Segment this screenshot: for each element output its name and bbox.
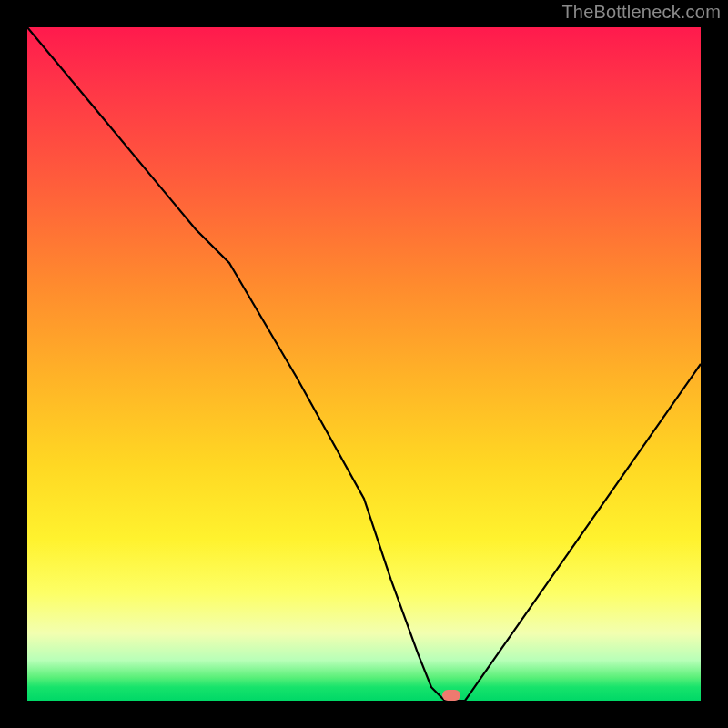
optimum-marker	[442, 690, 460, 701]
bottleneck-curve	[27, 27, 701, 701]
watermark-label: TheBottleneck.com	[561, 2, 721, 23]
chart-container: TheBottleneck.com	[0, 0, 728, 728]
curve-path	[27, 27, 701, 701]
plot-area	[27, 27, 701, 701]
